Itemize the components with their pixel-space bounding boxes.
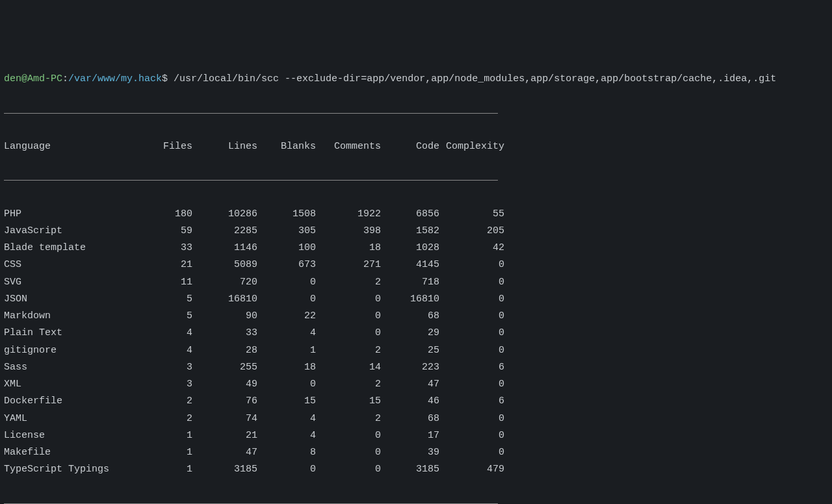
cell-code: 46 — [381, 393, 439, 410]
cell-language: Sass — [4, 359, 134, 376]
cell-files: 3 — [134, 376, 192, 393]
cell-blanks: 0 — [257, 291, 316, 308]
cell-blanks: 4 — [257, 410, 316, 427]
table-row: Plain Text43340290 — [4, 325, 828, 342]
cell-code: 17 — [381, 427, 439, 444]
cell-lines: 3185 — [192, 461, 257, 478]
cell-comments: 0 — [316, 427, 381, 444]
header-complexity: Complexity — [439, 138, 504, 155]
cell-comments: 14 — [316, 359, 381, 376]
cell-comments: 0 — [316, 461, 381, 478]
cell-code: 4145 — [381, 257, 439, 273]
table-row: TypeScript Typings13185003185479 — [4, 461, 828, 478]
table-row: JSON51681000168100 — [4, 291, 828, 308]
cell-lines: 1146 — [192, 240, 257, 257]
cell-files: 5 — [134, 291, 192, 308]
cell-blanks: 1508 — [257, 206, 316, 223]
cell-comments: 0 — [316, 325, 381, 342]
cell-complexity: 479 — [439, 461, 504, 478]
header-language: Language — [4, 138, 134, 155]
cell-language: Makefile — [4, 444, 134, 461]
table-row: YAML27442680 — [4, 410, 828, 427]
cell-language: XML — [4, 376, 134, 393]
cell-comments: 2 — [316, 410, 381, 427]
cell-files: 2 — [134, 393, 192, 410]
table-header: LanguageFilesLinesBlanksCommentsCodeComp… — [4, 138, 828, 155]
cell-code: 25 — [381, 342, 439, 359]
cell-code: 223 — [381, 359, 439, 376]
prompt-line: den@Amd-PC:/var/www/my.hack$ /usr/local/… — [4, 71, 828, 88]
cell-lines: 255 — [192, 359, 257, 376]
cell-comments: 2 — [316, 376, 381, 393]
cell-lines: 720 — [192, 274, 257, 291]
cell-complexity: 0 — [439, 376, 504, 393]
cell-blanks: 0 — [257, 274, 316, 291]
table-row: Markdown590220680 — [4, 308, 828, 325]
cell-code: 6856 — [381, 206, 439, 223]
cell-blanks: 8 — [257, 444, 316, 461]
cell-complexity: 6 — [439, 393, 504, 410]
cell-files: 4 — [134, 325, 192, 342]
cell-lines: 49 — [192, 376, 257, 393]
table-row: Blade template33114610018102842 — [4, 240, 828, 257]
cell-code: 3185 — [381, 461, 439, 478]
table-row: gitignore42812250 — [4, 342, 828, 359]
header-comments: Comments — [316, 138, 381, 155]
cell-language: Blade template — [4, 240, 134, 257]
cell-lines: 76 — [192, 393, 257, 410]
cell-language: JavaScript — [4, 223, 134, 240]
table-row: PHP1801028615081922685655 — [4, 206, 828, 223]
cell-language: JSON — [4, 291, 134, 308]
cell-lines: 2285 — [192, 223, 257, 240]
cell-lines: 33 — [192, 325, 257, 342]
table-row: JavaScript5922853053981582205 — [4, 223, 828, 240]
cell-code: 1028 — [381, 240, 439, 257]
cell-lines: 5089 — [192, 257, 257, 273]
header-code: Code — [381, 138, 439, 155]
cell-files: 1 — [134, 427, 192, 444]
cell-complexity: 55 — [439, 206, 504, 223]
cell-complexity: 0 — [439, 342, 504, 359]
cell-comments: 2 — [316, 342, 381, 359]
table-body: PHP1801028615081922685655JavaScript59228… — [4, 206, 828, 479]
header-blanks: Blanks — [257, 138, 316, 155]
cell-lines: 90 — [192, 308, 257, 325]
cell-language: License — [4, 427, 134, 444]
cell-complexity: 42 — [439, 240, 504, 257]
cell-files: 3 — [134, 359, 192, 376]
prompt-command: /usr/local/bin/scc --exclude-dir=app/ven… — [174, 73, 776, 84]
cell-blanks: 0 — [257, 376, 316, 393]
cell-code: 718 — [381, 274, 439, 291]
cell-comments: 271 — [316, 257, 381, 273]
cell-comments: 15 — [316, 393, 381, 410]
cell-language: Plain Text — [4, 325, 134, 342]
cell-code: 68 — [381, 410, 439, 427]
table-row: License12140170 — [4, 427, 828, 444]
cell-lines: 10286 — [192, 206, 257, 223]
cell-comments: 1922 — [316, 206, 381, 223]
cell-comments: 0 — [316, 308, 381, 325]
cell-lines: 16810 — [192, 291, 257, 308]
table-row: SVG11720027180 — [4, 274, 828, 291]
cell-files: 2 — [134, 410, 192, 427]
cell-comments: 2 — [316, 274, 381, 291]
cell-files: 33 — [134, 240, 192, 257]
cell-comments: 18 — [316, 240, 381, 257]
cell-complexity: 0 — [439, 427, 504, 444]
cell-blanks: 4 — [257, 427, 316, 444]
header-lines: Lines — [192, 138, 257, 155]
cell-blanks: 100 — [257, 240, 316, 257]
cell-files: 1 — [134, 461, 192, 478]
cell-code: 47 — [381, 376, 439, 393]
cell-complexity: 0 — [439, 257, 504, 273]
cell-lines: 47 — [192, 444, 257, 461]
cell-files: 4 — [134, 342, 192, 359]
cell-files: 11 — [134, 274, 192, 291]
cell-complexity: 0 — [439, 308, 504, 325]
cell-lines: 28 — [192, 342, 257, 359]
cell-comments: 0 — [316, 444, 381, 461]
cell-language: Markdown — [4, 308, 134, 325]
cell-complexity: 0 — [439, 274, 504, 291]
cell-language: Dockerfile — [4, 393, 134, 410]
cell-complexity: 0 — [439, 291, 504, 308]
